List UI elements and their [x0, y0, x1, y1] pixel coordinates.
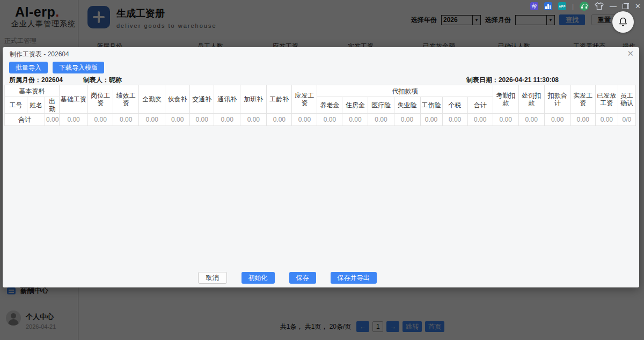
- column-header: 合计: [467, 97, 493, 114]
- column-header: 失业险: [394, 97, 420, 114]
- close-dialog-button[interactable]: ✕: [627, 49, 634, 58]
- column-header: 通讯补: [214, 85, 240, 114]
- column-header: 应发工资: [292, 85, 317, 114]
- total-cell: 0.00: [518, 114, 544, 126]
- creator-label: 制表人：: [83, 76, 109, 84]
- column-header: 加班补: [240, 85, 267, 114]
- column-header: 基础工资: [60, 85, 88, 114]
- dialog-title: 制作工资表 - 202604: [10, 50, 69, 59]
- titlebar: 帮 APP | — ✕: [530, 2, 641, 11]
- total-cell: 0.00: [570, 114, 595, 126]
- total-cell: 0.00: [214, 114, 240, 126]
- sheet-meta: 所属月份：202604 制表人：昵称 制表日期：2026-04-21 11:30…: [9, 76, 633, 85]
- total-cell: 0.00: [45, 114, 60, 126]
- restore-button[interactable]: [623, 3, 629, 9]
- column-header: 工伤险: [420, 97, 442, 114]
- column-header: 姓名: [27, 97, 45, 114]
- save-button[interactable]: 保存: [289, 272, 316, 284]
- total-cell: 0.00: [595, 114, 618, 126]
- total-cell: 0.00: [420, 114, 442, 126]
- total-cell: 0.00: [317, 114, 342, 126]
- total-cell: 0.00: [60, 114, 88, 126]
- totals-row: 合计 0.00 0.00 0.00 0.00 0.00 0.00 0.00 0.…: [5, 114, 636, 126]
- date-value: 2026-04-21 11:30:08: [499, 76, 559, 84]
- column-header: 交通补: [190, 85, 214, 114]
- total-cell: 0.00: [88, 114, 113, 126]
- create-salary-sheet-dialog: 制作工资表 - 202604 ✕ 批量导入 下载导入模版 所属月份：202604…: [3, 47, 639, 287]
- customer-service-icon[interactable]: [580, 2, 589, 11]
- help-icon[interactable]: 帮: [530, 2, 538, 10]
- total-cell: 0.00: [190, 114, 214, 126]
- month-value: 202604: [41, 76, 63, 84]
- column-header: 医疗险: [368, 97, 394, 114]
- date-label: 制表日期：: [466, 76, 499, 84]
- total-cell: 0.00: [113, 114, 139, 126]
- total-cell: 0.00: [165, 114, 190, 126]
- total-cell: 0.00: [493, 114, 518, 126]
- column-header: 扣款合计: [544, 85, 570, 114]
- confirm-total-cell: 0/0: [618, 114, 635, 126]
- total-cell: 0.00: [467, 114, 493, 126]
- batch-import-button[interactable]: 批量导入: [9, 62, 48, 73]
- month-label: 所属月份：: [9, 76, 41, 84]
- column-header: 员工确认: [618, 85, 635, 114]
- total-cell: 0.00: [240, 114, 267, 126]
- creator-value: 昵称: [109, 76, 122, 84]
- app-download-icon[interactable]: APP: [558, 2, 566, 10]
- total-cell: 0.00: [368, 114, 394, 126]
- column-header: 考勤扣款: [493, 85, 518, 114]
- column-header: 养老金: [317, 97, 342, 114]
- column-header: 岗位工资: [88, 85, 113, 114]
- total-cell: 0.00: [442, 114, 467, 126]
- bell-icon: [618, 17, 628, 27]
- notification-button[interactable]: [612, 11, 634, 33]
- column-header: 伙食补: [165, 85, 190, 114]
- column-header: 工龄补: [267, 85, 292, 114]
- theme-skin-icon[interactable]: [595, 2, 604, 10]
- total-cell: 0.00: [292, 114, 317, 126]
- divider: |: [572, 3, 574, 10]
- total-cell: 0.00: [394, 114, 420, 126]
- total-cell: 0.00: [267, 114, 292, 126]
- save-and-export-button[interactable]: 保存并导出: [331, 272, 377, 284]
- minimize-button[interactable]: —: [610, 2, 617, 10]
- initialize-button[interactable]: 初始化: [241, 272, 275, 284]
- column-header: 出勤: [45, 97, 60, 114]
- totals-label: 合计: [5, 114, 45, 126]
- column-header: 个税: [442, 97, 467, 114]
- total-cell: 0.00: [139, 114, 165, 126]
- chart-icon[interactable]: [544, 2, 552, 10]
- salary-table: 基本资料 基础工资 岗位工资 绩效工资 全勤奖 伙食补 交通补 通讯补 加班补 …: [4, 85, 636, 126]
- cancel-button[interactable]: 取消: [198, 272, 227, 284]
- group-header-deduction: 代扣款项: [317, 85, 493, 97]
- column-header: 绩效工资: [113, 85, 139, 114]
- column-header: 处罚扣款: [518, 85, 544, 114]
- column-header: 工号: [5, 97, 27, 114]
- close-window-button[interactable]: ✕: [635, 2, 641, 10]
- total-cell: 0.00: [544, 114, 570, 126]
- column-header: 全勤奖: [139, 85, 165, 114]
- column-header: 已发放工资: [595, 85, 618, 114]
- group-header-basic: 基本资料: [5, 85, 60, 97]
- total-cell: 0.00: [342, 114, 368, 126]
- column-header: 实发工资: [570, 85, 595, 114]
- download-template-button[interactable]: 下载导入模版: [53, 62, 104, 73]
- column-header: 住房金: [342, 97, 368, 114]
